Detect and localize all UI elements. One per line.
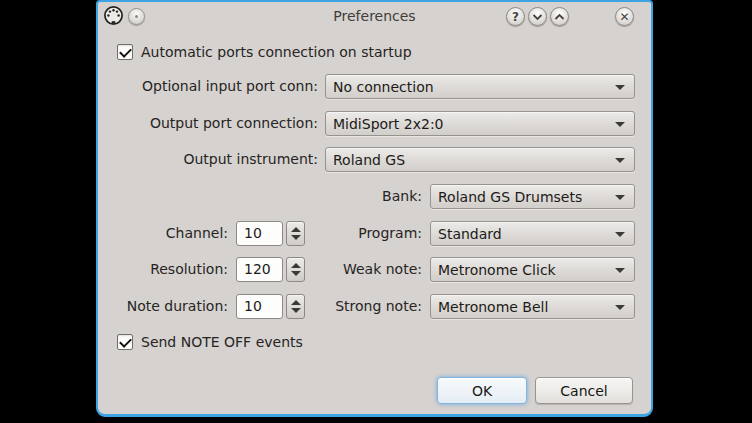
- bank-value: Roland GS Drumsets: [431, 189, 582, 205]
- spin-up-icon[interactable]: [291, 263, 301, 268]
- resolution-spinbox[interactable]: 120: [236, 257, 283, 282]
- input-port-value: No connection: [326, 79, 434, 95]
- dropdown-arrow-icon: [615, 85, 625, 90]
- input-port-label: Optional input port conn:: [110, 74, 318, 99]
- output-port-label: Output port connection:: [110, 111, 318, 136]
- channel-spin-buttons[interactable]: [286, 221, 305, 246]
- note-duration-spinbox[interactable]: 10: [236, 294, 283, 319]
- strong-note-combobox[interactable]: Metronome Bell: [430, 294, 635, 319]
- output-port-combobox[interactable]: MidiSport 2x2:0: [325, 111, 635, 136]
- help-icon: ?: [512, 10, 519, 24]
- bank-combobox[interactable]: Roland GS Drumsets: [430, 184, 635, 209]
- auto-ports-checkbox[interactable]: Automatic ports connection on startup: [117, 43, 412, 61]
- check-icon: [119, 45, 132, 58]
- spin-down-icon[interactable]: [291, 271, 301, 276]
- note-duration-label: Note duration:: [110, 294, 228, 319]
- bank-label: Bank:: [306, 184, 422, 209]
- checkbox-box[interactable]: [117, 334, 133, 350]
- resolution-label: Resolution:: [110, 257, 228, 282]
- close-icon: ✕: [619, 10, 629, 24]
- dropdown-arrow-icon: [615, 305, 625, 310]
- instrument-value: Roland GS: [326, 152, 405, 168]
- strong-note-value: Metronome Bell: [431, 299, 548, 315]
- chevron-down-icon: [532, 13, 543, 21]
- instrument-combobox[interactable]: Roland GS: [325, 147, 635, 172]
- resolution-spin-buttons[interactable]: [286, 257, 305, 282]
- preferences-dialog: Preferences ? ✕ Automatic ports connecti…: [96, 0, 653, 417]
- weak-note-label: Weak note:: [306, 257, 422, 282]
- weak-note-value: Metronome Click: [431, 262, 556, 278]
- maximize-button[interactable]: [550, 7, 569, 26]
- spin-up-icon[interactable]: [291, 300, 301, 305]
- channel-label: Channel:: [110, 221, 228, 246]
- channel-spinbox[interactable]: 10: [236, 221, 283, 246]
- dropdown-arrow-icon: [615, 232, 625, 237]
- dropdown-arrow-icon: [615, 195, 625, 200]
- help-button[interactable]: ?: [506, 7, 525, 26]
- titlebar[interactable]: Preferences ? ✕: [98, 2, 651, 31]
- spin-up-icon[interactable]: [291, 227, 301, 232]
- input-port-combobox[interactable]: No connection: [325, 74, 635, 99]
- note-duration-spin-buttons[interactable]: [286, 294, 305, 319]
- dropdown-arrow-icon: [615, 158, 625, 163]
- cancel-button[interactable]: Cancel: [535, 377, 633, 404]
- auto-ports-label: Automatic ports connection on startup: [141, 44, 412, 60]
- spin-down-icon[interactable]: [291, 308, 301, 313]
- program-label: Program:: [306, 221, 422, 246]
- instrument-label: Output instrument:: [110, 147, 318, 172]
- check-icon: [119, 335, 132, 348]
- checkbox-box[interactable]: [117, 44, 133, 60]
- weak-note-combobox[interactable]: Metronome Click: [430, 257, 635, 282]
- note-off-checkbox[interactable]: Send NOTE OFF events: [117, 333, 303, 351]
- spin-down-icon[interactable]: [291, 235, 301, 240]
- dropdown-arrow-icon: [615, 268, 625, 273]
- chevron-up-icon: [554, 13, 565, 21]
- program-value: Standard: [431, 226, 502, 242]
- close-button[interactable]: ✕: [615, 7, 634, 26]
- program-combobox[interactable]: Standard: [430, 221, 635, 246]
- strong-note-label: Strong note:: [306, 294, 422, 319]
- note-off-label: Send NOTE OFF events: [141, 334, 303, 350]
- minimize-button[interactable]: [528, 7, 547, 26]
- ok-button[interactable]: OK: [437, 377, 527, 404]
- dropdown-arrow-icon: [615, 122, 625, 127]
- screen: Preferences ? ✕ Automatic ports connecti…: [0, 0, 752, 423]
- output-port-value: MidiSport 2x2:0: [326, 116, 444, 132]
